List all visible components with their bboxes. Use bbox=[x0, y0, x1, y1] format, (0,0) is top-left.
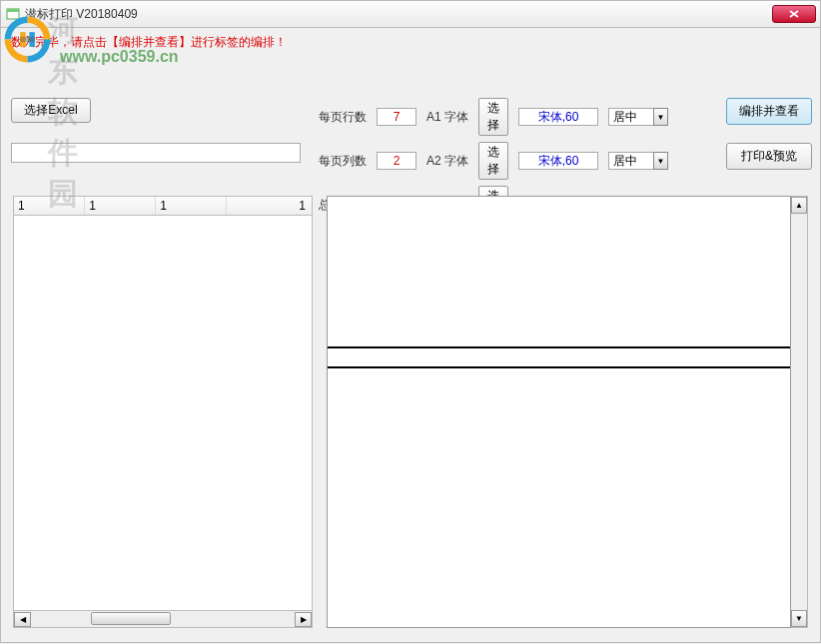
list-col-1[interactable]: 1 bbox=[14, 197, 85, 215]
hscroll-right-arrow[interactable]: ▶ bbox=[295, 612, 312, 627]
close-icon bbox=[789, 10, 799, 18]
a2-font-select-button[interactable]: 选择 bbox=[478, 142, 508, 180]
a2-font-display[interactable] bbox=[518, 152, 598, 170]
rows-label: 每页行数 bbox=[319, 109, 367, 126]
vscroll-down-arrow[interactable]: ▼ bbox=[791, 610, 807, 627]
close-button[interactable] bbox=[772, 5, 816, 23]
window-title: 潜标打印 V20180409 bbox=[25, 6, 772, 23]
preview-separator-2 bbox=[328, 366, 790, 368]
hscroll-thumb[interactable] bbox=[91, 612, 171, 625]
data-list-panel: 1 1 1 1 ◀ ▶ bbox=[13, 196, 313, 628]
title-bar: 潜标打印 V20180409 bbox=[0, 0, 821, 28]
vscroll-track[interactable] bbox=[791, 214, 807, 610]
cols-input[interactable] bbox=[377, 152, 416, 170]
a2-align-select[interactable] bbox=[608, 152, 653, 170]
list-body[interactable] bbox=[13, 216, 313, 611]
preview-separator-1 bbox=[328, 346, 790, 348]
a1-font-display[interactable] bbox=[518, 108, 598, 126]
list-col-2[interactable]: 1 bbox=[85, 197, 156, 215]
a1-align-select[interactable] bbox=[608, 108, 653, 126]
list-col-3[interactable]: 1 bbox=[156, 197, 227, 215]
arrange-view-button[interactable]: 编排并查看 bbox=[726, 98, 812, 125]
hscroll-track[interactable] bbox=[31, 612, 295, 627]
svg-rect-4 bbox=[7, 9, 19, 12]
list-hscrollbar[interactable]: ◀ ▶ bbox=[13, 611, 313, 628]
select-excel-button[interactable]: 选择Excel bbox=[11, 98, 91, 123]
print-preview-button[interactable]: 打印&预览 bbox=[726, 143, 812, 170]
excel-path-input[interactable] bbox=[11, 143, 301, 163]
preview-vscrollbar[interactable]: ▲ ▼ bbox=[791, 196, 808, 628]
a1-align-dropdown-arrow[interactable]: ▼ bbox=[653, 108, 668, 126]
vscroll-up-arrow[interactable]: ▲ bbox=[791, 197, 807, 214]
app-icon bbox=[5, 6, 21, 22]
a1-font-select-button[interactable]: 选择 bbox=[478, 98, 508, 136]
preview-canvas[interactable] bbox=[327, 196, 791, 628]
a2-font-label: A2 字体 bbox=[426, 153, 468, 170]
a2-align-dropdown-arrow[interactable]: ▼ bbox=[653, 152, 668, 170]
a1-font-label: A1 字体 bbox=[426, 109, 468, 126]
hint-text: 数入完毕，请点击【编排并查看】进行标签的编排！ bbox=[11, 34, 810, 52]
list-header: 1 1 1 1 bbox=[13, 196, 313, 216]
cols-label: 每页列数 bbox=[319, 153, 367, 170]
hscroll-left-arrow[interactable]: ◀ bbox=[14, 612, 31, 627]
list-col-4[interactable]: 1 bbox=[227, 197, 312, 215]
preview-panel: ▲ ▼ bbox=[327, 196, 808, 628]
rows-input[interactable] bbox=[377, 108, 416, 126]
